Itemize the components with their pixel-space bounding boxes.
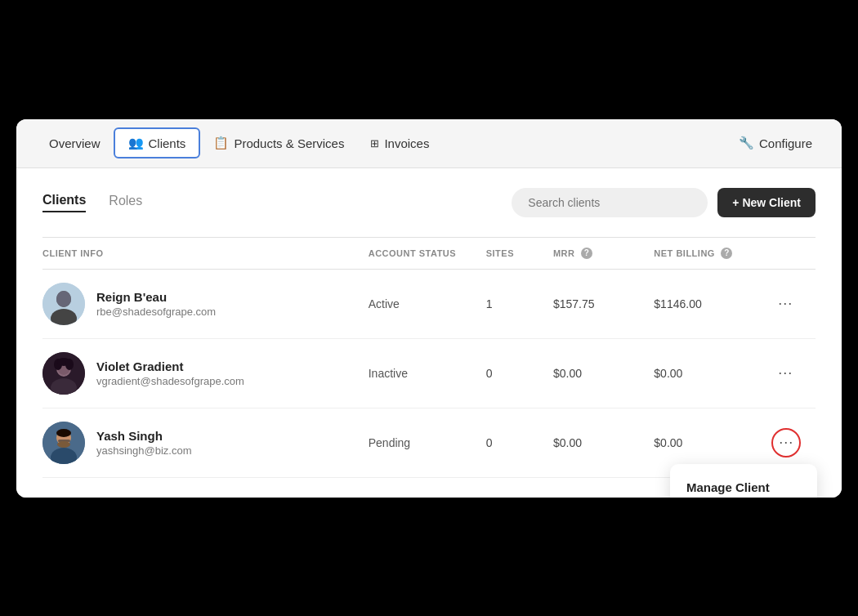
mrr-cell-1: $157.75 bbox=[547, 269, 647, 338]
actions-cell-3: ··· Manage Client Invite Client Delete C… bbox=[765, 408, 816, 477]
status-cell-2: Inactive bbox=[362, 338, 480, 408]
sites-3: 0 bbox=[486, 436, 493, 449]
col-client-info: CLIENT INFO bbox=[42, 237, 362, 269]
clients-table: CLIENT INFO ACCOUNT STATUS SITES MRR ? N… bbox=[42, 237, 816, 478]
mrr-cell-2: $0.00 bbox=[547, 338, 647, 408]
sites-cell-3: 0 bbox=[480, 408, 547, 477]
table-header: CLIENT INFO ACCOUNT STATUS SITES MRR ? N… bbox=[42, 237, 816, 269]
sites-2: 0 bbox=[486, 367, 493, 380]
client-name-1: Reign B'eau bbox=[96, 290, 216, 304]
actions-cell-2: ··· bbox=[765, 338, 816, 408]
configure-label: Configure bbox=[759, 136, 812, 150]
col-account-status: ACCOUNT STATUS bbox=[362, 237, 480, 269]
client-info-cell-1: Reign B'eau rbe@shadesofgrape.com bbox=[42, 269, 362, 338]
col-net-billing: NET BILLING ? bbox=[647, 237, 765, 269]
client-text-3: Yash Singh yashsingh@biz.com bbox=[96, 429, 192, 457]
client-text-1: Reign B'eau rbe@shadesofgrape.com bbox=[96, 290, 216, 318]
nav-item-overview[interactable]: Overview bbox=[36, 130, 114, 157]
client-info-cell-3: Yash Singh yashsingh@biz.com bbox=[42, 408, 362, 477]
status-1: Active bbox=[369, 297, 400, 310]
table-body: Reign B'eau rbe@shadesofgrape.com Active… bbox=[42, 269, 816, 477]
products-icon: 📋 bbox=[213, 136, 229, 150]
more-button-2[interactable]: ··· bbox=[771, 361, 799, 385]
billing-2: $0.00 bbox=[654, 367, 682, 380]
billing-1: $1146.00 bbox=[654, 297, 701, 310]
client-email-2: vgradient@shadesofgrape.com bbox=[96, 375, 244, 387]
client-email-3: yashsingh@biz.com bbox=[96, 444, 192, 457]
nav-item-invoices[interactable]: ⊞ Invoices bbox=[357, 130, 442, 157]
avatar-svg-1 bbox=[42, 283, 85, 325]
search-input[interactable] bbox=[512, 188, 708, 217]
top-nav: Overview 👥 Clients 📋 Products & Services… bbox=[16, 119, 842, 168]
net-billing-help-icon[interactable]: ? bbox=[721, 248, 732, 259]
mrr-cell-3: $0.00 bbox=[547, 408, 647, 477]
table-row: Yash Singh yashsingh@biz.com Pending 0 $… bbox=[42, 408, 816, 477]
sites-cell-2: 0 bbox=[480, 338, 547, 408]
dropdown-container-3: ··· Manage Client Invite Client Delete C… bbox=[771, 428, 809, 458]
products-nav-label: Products & Services bbox=[234, 136, 344, 150]
status-3: Pending bbox=[369, 436, 410, 449]
avatar-svg-3 bbox=[42, 422, 85, 464]
main-content: Clients Roles + New Client CLIENT INFO A… bbox=[16, 168, 842, 498]
client-text-2: Violet Gradient vgradient@shadesofgrape.… bbox=[96, 359, 244, 387]
table-row: Reign B'eau rbe@shadesofgrape.com Active… bbox=[42, 269, 816, 338]
client-info-3: Yash Singh yashsingh@biz.com bbox=[42, 422, 355, 464]
configure-button[interactable]: 🔧 Configure bbox=[729, 129, 822, 157]
clients-nav-label: Clients bbox=[149, 136, 186, 150]
dropdown-menu-3: Manage Client Invite Client Delete Clien… bbox=[670, 464, 817, 498]
status-cell-3: Pending bbox=[362, 408, 480, 477]
new-client-label: + New Client bbox=[732, 196, 801, 209]
tabs-row: Clients Roles + New Client bbox=[42, 188, 816, 217]
billing-3: $0.00 bbox=[654, 436, 682, 449]
clients-icon: 👥 bbox=[128, 136, 144, 150]
col-actions bbox=[765, 237, 816, 269]
sites-1: 1 bbox=[486, 297, 493, 310]
billing-cell-1: $1146.00 bbox=[647, 269, 765, 338]
more-button-3[interactable]: ··· bbox=[771, 428, 801, 458]
search-input-wrapper bbox=[512, 188, 708, 217]
sites-cell-1: 1 bbox=[480, 269, 547, 338]
nav-item-products[interactable]: 📋 Products & Services bbox=[200, 129, 357, 157]
actions-cell-1: ··· bbox=[765, 269, 816, 338]
table-row: Violet Gradient vgradient@shadesofgrape.… bbox=[42, 338, 816, 408]
billing-cell-2: $0.00 bbox=[647, 338, 765, 408]
client-name-2: Violet Gradient bbox=[96, 359, 244, 373]
col-mrr: MRR ? bbox=[547, 237, 647, 269]
client-info-2: Violet Gradient vgradient@shadesofgrape.… bbox=[42, 352, 355, 395]
avatar-2 bbox=[42, 352, 85, 395]
svg-point-10 bbox=[65, 359, 74, 370]
mrr-help-icon[interactable]: ? bbox=[581, 248, 592, 259]
app-container: Overview 👥 Clients 📋 Products & Services… bbox=[16, 119, 842, 498]
mrr-2: $0.00 bbox=[553, 367, 582, 380]
client-info-cell-2: Violet Gradient vgradient@shadesofgrape.… bbox=[42, 338, 362, 408]
status-2: Inactive bbox=[369, 367, 408, 380]
svg-point-17 bbox=[57, 441, 70, 448]
avatar-1 bbox=[42, 283, 85, 325]
invoices-nav-label: Invoices bbox=[384, 136, 429, 150]
nav-item-clients[interactable]: 👥 Clients bbox=[114, 127, 201, 158]
overview-label: Overview bbox=[49, 136, 101, 150]
avatar-svg-2 bbox=[42, 352, 85, 395]
more-button-1[interactable]: ··· bbox=[771, 292, 799, 315]
col-sites: SITES bbox=[480, 237, 547, 269]
tab-roles[interactable]: Roles bbox=[109, 194, 142, 212]
invoices-icon: ⊞ bbox=[370, 137, 379, 150]
status-cell-1: Active bbox=[362, 269, 480, 338]
svg-point-16 bbox=[56, 429, 71, 437]
mrr-1: $157.75 bbox=[553, 297, 595, 310]
tab-clients[interactable]: Clients bbox=[42, 193, 86, 212]
configure-icon: 🔧 bbox=[739, 136, 754, 150]
new-client-button[interactable]: + New Client bbox=[717, 188, 816, 217]
client-name-3: Yash Singh bbox=[96, 429, 192, 443]
mrr-3: $0.00 bbox=[553, 436, 582, 449]
client-info-1: Reign B'eau rbe@shadesofgrape.com bbox=[42, 283, 355, 325]
client-email-1: rbe@shadesofgrape.com bbox=[96, 306, 216, 318]
svg-point-3 bbox=[56, 291, 71, 307]
avatar-3 bbox=[42, 422, 85, 464]
dropdown-manage[interactable]: Manage Client bbox=[670, 471, 817, 498]
